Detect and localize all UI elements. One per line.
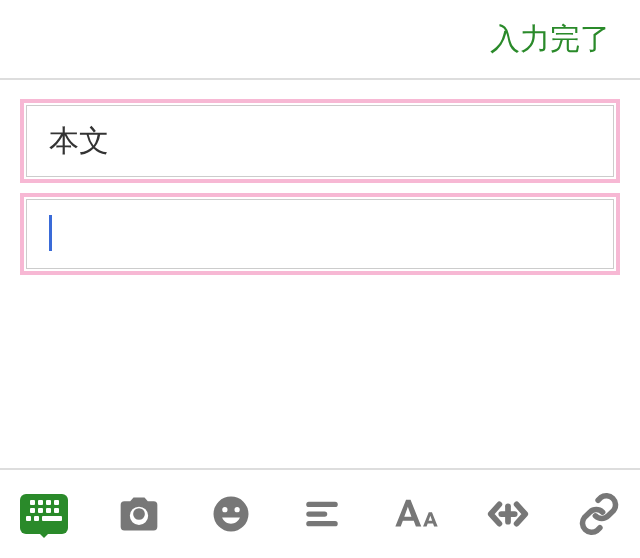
font-size-button[interactable] <box>391 490 439 538</box>
keyboard-icon <box>20 494 68 534</box>
bottom-toolbar <box>0 468 640 558</box>
code-button[interactable] <box>485 490 531 538</box>
svg-rect-2 <box>306 521 338 526</box>
editor-area <box>0 80 640 468</box>
link-button[interactable] <box>577 490 622 538</box>
font-size-icon <box>390 492 440 536</box>
code-icon <box>485 491 531 537</box>
align-button[interactable] <box>299 490 344 538</box>
done-button[interactable]: 入力完了 <box>490 19 610 60</box>
body-field-highlight <box>20 193 620 275</box>
link-icon <box>577 492 621 536</box>
svg-rect-1 <box>306 511 327 516</box>
header-bar: 入力完了 <box>0 0 640 80</box>
title-field-highlight <box>20 99 620 183</box>
camera-button[interactable] <box>117 490 162 538</box>
body-input[interactable] <box>26 199 614 269</box>
emoji-button[interactable] <box>208 490 253 538</box>
text-cursor <box>49 215 52 251</box>
align-left-icon <box>301 493 343 535</box>
title-input[interactable] <box>26 105 614 177</box>
emoji-icon <box>210 493 252 535</box>
keyboard-button[interactable] <box>18 486 71 542</box>
camera-icon <box>117 492 161 536</box>
svg-rect-0 <box>306 502 338 507</box>
